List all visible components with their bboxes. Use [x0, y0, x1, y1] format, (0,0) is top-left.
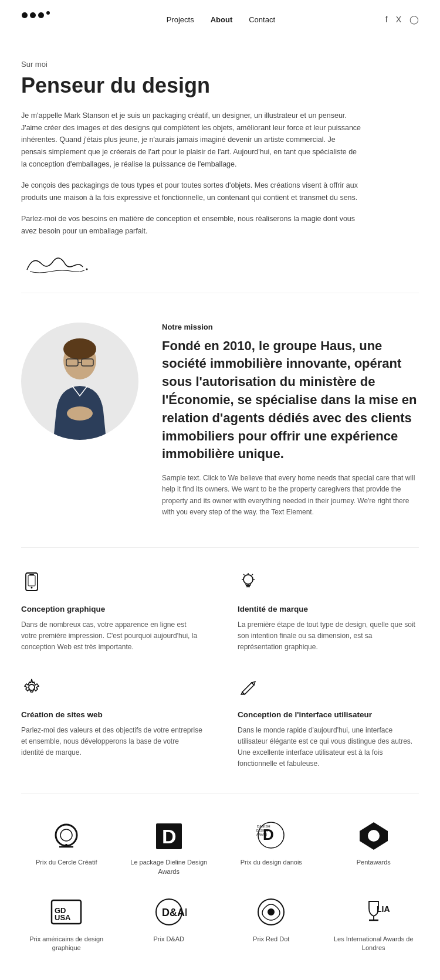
instagram-icon[interactable]: ◯	[409, 15, 419, 24]
service-ui-design-text: Dans le monde rapide d'aujourd'hui, une …	[238, 725, 419, 770]
service-graphic-design-title: Conception graphique	[21, 605, 202, 613]
award-dieline: D Le package Dieline Design Awards	[124, 817, 215, 876]
svg-text:LIA: LIA	[377, 904, 390, 914]
twitter-x-icon[interactable]: X	[396, 15, 401, 24]
services-section: Conception graphique Dans de nombreux ca…	[0, 548, 440, 793]
services-grid: Conception graphique Dans de nombreux ca…	[21, 571, 419, 769]
svg-point-1	[30, 12, 36, 18]
award-cercle-creatif-logo	[49, 817, 84, 852]
award-lia: LIA Les International Awards de Londres	[329, 894, 419, 953]
nav-social-icons: f X ◯	[385, 15, 419, 24]
hero-label: Sur moi	[21, 60, 419, 69]
service-brand-identity: Identité de marque La première étape de …	[238, 571, 419, 653]
mission-text: Sample text. Click to We believe that ev…	[162, 473, 419, 518]
service-ui-design: Conception de l'interface utilisateur Da…	[238, 677, 419, 770]
mission-label: Notre mission	[162, 323, 419, 331]
service-brand-identity-title: Identité de marque	[238, 605, 419, 613]
svg-point-4	[86, 268, 88, 270]
service-graphic-design-text: Dans de nombreux cas, votre apparence en…	[21, 619, 202, 653]
nav-about[interactable]: About	[211, 15, 233, 24]
facebook-icon[interactable]: f	[385, 15, 388, 24]
award-dad: D&AD Prix D&AD	[124, 894, 215, 953]
logo[interactable]	[21, 11, 56, 28]
hero-paragraph-3: Parlez-moi de vos besoins en matière de …	[21, 213, 361, 237]
svg-text:DESIGN: DESIGN	[256, 829, 268, 832]
award-cercle-creatif: Prix du Cercle Créatif	[21, 817, 112, 876]
award-dieline-label: Le package Dieline Design Awards	[124, 858, 215, 876]
award-gdusa-label: Prix américains de design graphique	[21, 935, 112, 953]
gear-icon	[21, 677, 202, 702]
award-dad-label: Prix D&AD	[153, 935, 184, 944]
service-brand-identity-text: La première étape de tout type de design…	[238, 619, 419, 653]
svg-point-36	[368, 830, 380, 842]
mission-photo	[21, 323, 138, 440]
service-web-creation-text: Parlez-moi des valeurs et des objectifs …	[21, 725, 202, 759]
svg-rect-15	[29, 574, 34, 575]
award-red-dot-logo	[253, 894, 289, 929]
award-gdusa: GD USA Prix américains de design graphiq…	[21, 894, 112, 953]
service-web-creation: Création de sites web Parlez-moi des val…	[21, 677, 202, 770]
awards-section: Prix du Cercle Créatif D Le package Diel…	[0, 794, 440, 980]
awards-row-1: Prix du Cercle Créatif D Le package Diel…	[21, 817, 419, 876]
award-gdusa-logo: GD USA	[49, 894, 84, 929]
svg-text:D&AD: D&AD	[162, 907, 187, 918]
svg-point-2	[38, 12, 44, 18]
award-lia-label: Les International Awards de Londres	[329, 935, 419, 953]
svg-line-20	[252, 574, 253, 575]
service-ui-design-title: Conception de l'interface utilisateur	[238, 710, 419, 719]
nav-projects[interactable]: Projects	[167, 15, 194, 24]
award-dieline-logo: D	[151, 817, 187, 852]
mission-content: Notre mission Fondé en 2010, le groupe H…	[162, 323, 419, 518]
mission-section: Notre mission Fondé en 2010, le groupe H…	[0, 293, 440, 547]
svg-point-14	[31, 586, 33, 588]
svg-text:DANISH: DANISH	[257, 825, 270, 828]
svg-point-3	[46, 11, 50, 15]
signature	[21, 249, 419, 281]
svg-point-7	[63, 338, 96, 360]
svg-text:D: D	[162, 825, 177, 847]
nav-links: Projects About Contact	[167, 15, 275, 24]
svg-point-16	[243, 575, 253, 584]
hero-paragraph-1: Je m'appelle Mark Stanson et je suis un …	[21, 110, 361, 170]
pencil-icon	[238, 677, 419, 702]
mission-title: Fondé en 2010, le groupe Haus, une socié…	[162, 337, 419, 464]
hero-section: Sur moi Penseur du design Je m'appelle M…	[0, 39, 440, 293]
service-web-creation-title: Création de sites web	[21, 710, 202, 719]
svg-point-0	[22, 12, 28, 18]
svg-point-43	[268, 908, 275, 915]
award-danish-design-logo: D DANISH DESIGN AWARD	[253, 817, 289, 852]
award-lia-logo: LIA	[356, 894, 391, 929]
award-pentawards: Pentawards	[329, 817, 419, 876]
award-dad-logo: D&AD	[151, 894, 187, 929]
svg-point-25	[56, 825, 77, 846]
navbar: Projects About Contact f X ◯	[0, 0, 440, 39]
hero-title: Penseur du design	[21, 73, 419, 98]
svg-text:AWARD: AWARD	[256, 833, 268, 836]
svg-line-21	[243, 574, 245, 575]
award-danish-design: D DANISH DESIGN AWARD Prix du design dan…	[226, 817, 317, 876]
award-red-dot: Prix Red Dot	[226, 894, 317, 953]
svg-rect-13	[28, 575, 35, 586]
svg-text:USA: USA	[55, 913, 71, 922]
bulb-icon	[238, 571, 419, 596]
service-graphic-design: Conception graphique Dans de nombreux ca…	[21, 571, 202, 653]
svg-point-11	[67, 406, 93, 421]
mobile-icon	[21, 571, 202, 596]
award-pentawards-label: Pentawards	[357, 858, 391, 867]
award-red-dot-label: Prix Red Dot	[253, 935, 289, 944]
hero-paragraph-2: Je conçois des packagings de tous types …	[21, 179, 361, 204]
nav-contact[interactable]: Contact	[249, 15, 275, 24]
awards-row-2: GD USA Prix américains de design graphiq…	[21, 894, 419, 953]
svg-point-26	[60, 829, 72, 841]
award-cercle-creatif-label: Prix du Cercle Créatif	[36, 858, 97, 867]
award-danish-design-label: Prix du design danois	[241, 858, 302, 867]
award-pentawards-logo	[356, 817, 391, 852]
